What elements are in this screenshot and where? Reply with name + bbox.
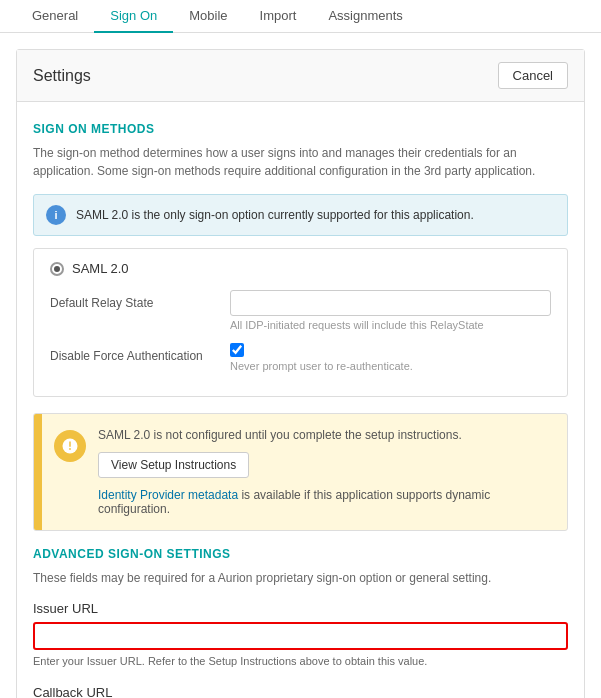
- warning-content: SAML 2.0 is not configured until you com…: [42, 414, 567, 530]
- identity-provider-metadata-link[interactable]: Identity Provider metadata: [98, 488, 238, 502]
- svg-point-2: [69, 448, 71, 450]
- disable-force-auth-hint: Never prompt user to re-authenticate.: [230, 360, 551, 372]
- issuer-url-hint: Enter your Issuer URL. Refer to the Setu…: [33, 654, 568, 669]
- disable-force-auth-label: Disable Force Authentication: [50, 343, 230, 363]
- relay-state-label: Default Relay State: [50, 290, 230, 310]
- warning-box: SAML 2.0 is not configured until you com…: [33, 413, 568, 531]
- issuer-url-input[interactable]: [33, 622, 568, 650]
- sign-on-methods-desc: The sign-on method determines how a user…: [33, 144, 568, 180]
- tab-mobile[interactable]: Mobile: [173, 0, 243, 33]
- radio-dot-inner: [54, 266, 60, 272]
- info-icon: i: [46, 205, 66, 225]
- advanced-section-desc: These fields may be required for a Aurio…: [33, 569, 568, 587]
- relay-state-row: Default Relay State All IDP-initiated re…: [50, 290, 551, 331]
- disable-force-auth-control: Never prompt user to re-authenticate.: [230, 343, 551, 372]
- info-box: i SAML 2.0 is the only sign-on option cu…: [33, 194, 568, 236]
- tab-general[interactable]: General: [16, 0, 94, 33]
- info-box-text: SAML 2.0 is the only sign-on option curr…: [76, 208, 474, 222]
- callback-url-row: Callback URL Enter your Callback URL. Re…: [33, 685, 568, 698]
- sign-on-methods-title: SIGN ON METHODS: [33, 122, 568, 136]
- tab-import[interactable]: Import: [244, 0, 313, 33]
- relay-state-hint: All IDP-initiated requests will include …: [230, 319, 551, 331]
- advanced-section: ADVANCED SIGN-ON SETTINGS These fields m…: [33, 547, 568, 698]
- issuer-url-row: Issuer URL Enter your Issuer URL. Refer …: [33, 601, 568, 669]
- relay-state-input[interactable]: [230, 290, 551, 316]
- saml-option-header: SAML 2.0: [50, 261, 551, 276]
- metadata-link-text: Identity Provider metadata is available …: [98, 488, 555, 516]
- callback-url-label: Callback URL: [33, 685, 568, 698]
- warning-stripe: [34, 414, 42, 530]
- saml-option-box: SAML 2.0 Default Relay State All IDP-ini…: [33, 248, 568, 397]
- settings-header: Settings Cancel: [17, 50, 584, 102]
- warning-text-block: SAML 2.0 is not configured until you com…: [98, 428, 555, 516]
- disable-force-auth-row: Disable Force Authentication Never promp…: [50, 343, 551, 372]
- relay-state-control: All IDP-initiated requests will include …: [230, 290, 551, 331]
- advanced-section-title: ADVANCED SIGN-ON SETTINGS: [33, 547, 568, 561]
- disable-force-auth-checkbox[interactable]: [230, 343, 244, 357]
- settings-panel: Settings Cancel SIGN ON METHODS The sign…: [16, 49, 585, 698]
- issuer-url-label: Issuer URL: [33, 601, 568, 616]
- warning-message: SAML 2.0 is not configured until you com…: [98, 428, 555, 442]
- tab-assignments[interactable]: Assignments: [312, 0, 418, 33]
- tab-sign-on[interactable]: Sign On: [94, 0, 173, 33]
- settings-title: Settings: [33, 67, 91, 85]
- disable-force-auth-wrap: [230, 343, 551, 357]
- view-setup-button[interactable]: View Setup Instructions: [98, 452, 249, 478]
- cancel-button[interactable]: Cancel: [498, 62, 568, 89]
- saml-radio[interactable]: [50, 262, 64, 276]
- tab-bar: General Sign On Mobile Import Assignment…: [0, 0, 601, 33]
- saml-option-label: SAML 2.0: [72, 261, 129, 276]
- settings-content: SIGN ON METHODS The sign-on method deter…: [17, 102, 584, 698]
- warning-icon: [54, 430, 86, 462]
